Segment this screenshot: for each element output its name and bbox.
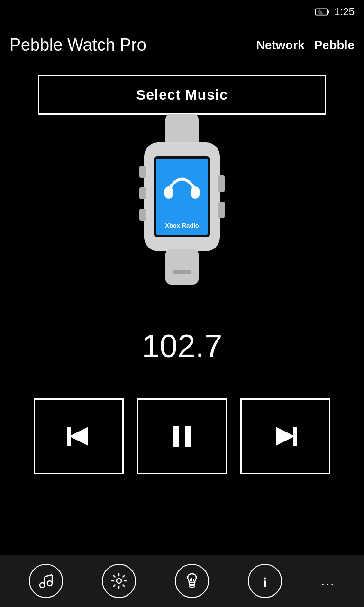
svg-rect-19 xyxy=(173,426,179,447)
status-time: 1:25 xyxy=(334,6,355,18)
svg-rect-35 xyxy=(264,580,266,587)
bottom-nav: ... xyxy=(0,555,364,607)
svg-marker-21 xyxy=(276,427,295,446)
playback-controls xyxy=(0,398,364,474)
svg-rect-11 xyxy=(139,187,146,199)
svg-rect-7 xyxy=(164,186,173,199)
svg-marker-17 xyxy=(69,427,88,446)
svg-rect-1 xyxy=(327,10,329,13)
svg-text:🔌: 🔌 xyxy=(318,9,324,16)
svg-rect-16 xyxy=(173,270,191,274)
station-display: 102.7 xyxy=(0,327,364,364)
svg-text:Xbox Radio: Xbox Radio xyxy=(165,222,199,229)
svg-line-27 xyxy=(45,575,52,577)
svg-rect-29 xyxy=(189,583,195,585)
battery-icon: 🔌 xyxy=(315,8,329,16)
svg-rect-18 xyxy=(67,427,71,446)
settings-nav-button[interactable] xyxy=(102,564,136,598)
svg-rect-12 xyxy=(139,209,146,221)
pause-button[interactable] xyxy=(137,398,227,474)
svg-rect-15 xyxy=(165,249,199,285)
more-button[interactable]: ... xyxy=(321,573,335,589)
svg-rect-20 xyxy=(185,426,191,447)
idea-nav-button[interactable] xyxy=(175,564,209,598)
music-nav-button[interactable] xyxy=(29,564,63,598)
next-button[interactable] xyxy=(240,398,330,474)
nav-pebble[interactable]: Pebble xyxy=(314,38,355,53)
watch-display: Xbox Radio xyxy=(125,114,239,294)
svg-rect-14 xyxy=(218,202,225,218)
select-music-container: Select Music xyxy=(38,75,326,115)
svg-rect-22 xyxy=(293,427,297,446)
svg-point-24 xyxy=(47,581,52,586)
header-nav: Network Pebble xyxy=(256,38,355,53)
svg-rect-3 xyxy=(165,114,199,147)
svg-point-23 xyxy=(40,583,45,588)
nav-network[interactable]: Network xyxy=(256,38,305,53)
app-header: Pebble Watch Pro Network Pebble xyxy=(0,24,364,66)
svg-rect-10 xyxy=(139,166,146,178)
select-music-button[interactable]: Select Music xyxy=(38,75,326,115)
svg-rect-8 xyxy=(191,186,200,199)
svg-rect-13 xyxy=(218,175,225,192)
svg-rect-30 xyxy=(190,585,194,587)
svg-point-28 xyxy=(117,579,121,583)
info-nav-button[interactable] xyxy=(248,564,282,598)
prev-button[interactable] xyxy=(34,398,124,474)
svg-point-34 xyxy=(264,578,266,580)
status-bar: 🔌 1:25 xyxy=(0,0,364,24)
app-title: Pebble Watch Pro xyxy=(9,35,256,55)
